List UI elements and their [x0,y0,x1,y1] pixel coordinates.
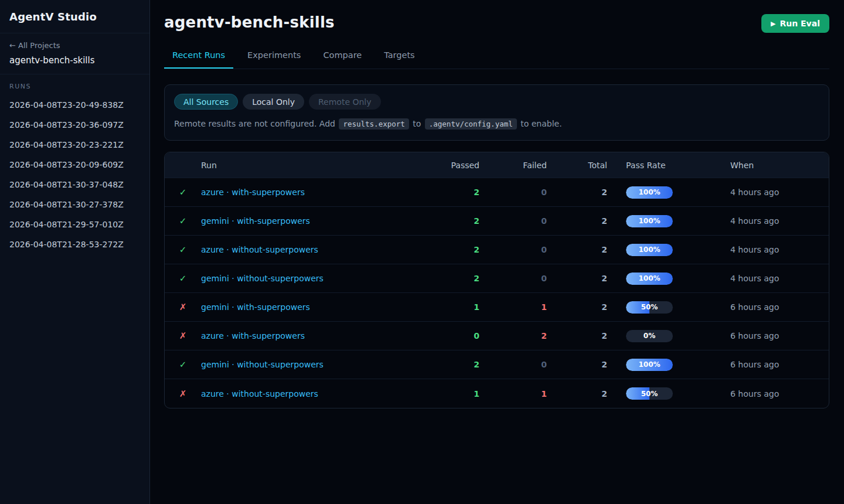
when-label: 6 hours ago [730,360,829,369]
pass-check-icon: ✓ [179,359,187,370]
total-count: 2 [547,331,607,340]
col-total: Total [547,161,607,170]
table-header-row: Run Passed Failed Total Pass Rate When [165,152,829,178]
passed-count: 1 [427,302,479,312]
main-content: agentv-bench-skills ▶ Run Eval Recent Ru… [150,0,844,504]
all-projects-back-link[interactable]: ← All Projects [9,41,140,50]
run-link[interactable]: gemini · with-superpowers [201,216,310,226]
pass-rate-badge: 50% [626,301,673,314]
when-label: 4 hours ago [730,188,829,197]
sidebar-run-item[interactable]: 2026-04-08T23-20-09-609Z [9,155,140,175]
sidebar-run-item[interactable]: 2026-04-08T21-30-27-378Z [9,195,140,214]
app-title: AgentV Studio [9,11,140,23]
sidebar-run-item[interactable]: 2026-04-08T21-29-57-010Z [9,214,140,234]
sidebar-run-item[interactable]: 2026-04-08T21-28-53-272Z [9,234,140,254]
total-count: 2 [547,216,607,226]
run-eval-button[interactable]: ▶ Run Eval [761,14,829,33]
sidebar: AgentV Studio ← All Projects agentv-benc… [0,0,150,504]
when-label: 6 hours ago [730,389,829,399]
tab-bar: Recent Runs Experiments Compare Targets [164,50,829,69]
pass-rate-label: 50% [626,301,673,314]
table-row[interactable]: ✓ gemini · without-superpowers 2 0 2 100… [165,350,829,379]
code-config-yaml: .agentv/config.yaml [425,118,517,130]
table-body: ✓ azure · with-superpowers 2 0 2 100% 4 … [165,178,829,408]
when-label: 4 hours ago [730,274,829,283]
table-row[interactable]: ✓ gemini · without-superpowers 2 0 2 100… [165,264,829,293]
pass-rate-badge: 100% [626,186,673,199]
sidebar-run-item[interactable]: 2026-04-08T23-20-36-097Z [9,115,140,135]
pass-rate-label: 100% [626,359,673,371]
sidebar-run-item[interactable]: 2026-04-08T23-20-49-838Z [9,95,140,115]
total-count: 2 [547,302,607,312]
tab-recent-runs[interactable]: Recent Runs [164,50,233,69]
play-icon: ▶ [771,20,775,28]
chip-all-sources[interactable]: All Sources [174,94,238,110]
source-filter-panel: All Sources Local Only Remote Only Remot… [164,84,829,141]
notice-text: to enable. [520,119,561,128]
table-row[interactable]: ✓ azure · with-superpowers 2 0 2 100% 4 … [165,178,829,207]
pass-rate-badge: 100% [626,359,673,371]
code-results-export: results.export [339,118,409,130]
page-title: agentv-bench-skills [164,13,335,31]
run-eval-label: Run Eval [780,19,820,28]
pass-rate-label: 100% [626,273,673,285]
runs-list: 2026-04-08T23-20-49-838Z2026-04-08T23-20… [9,95,140,254]
pass-rate-badge: 0% [626,330,673,342]
run-link[interactable]: azure · without-superpowers [201,245,318,254]
passed-count: 2 [427,245,479,254]
chip-remote-only: Remote Only [309,94,381,110]
total-count: 2 [547,360,607,369]
table-row[interactable]: ✗ gemini · with-superpowers 1 1 2 50% 6 … [165,293,829,322]
chip-local-only[interactable]: Local Only [243,94,304,110]
tab-targets[interactable]: Targets [376,50,423,69]
sidebar-run-item[interactable]: 2026-04-08T21-30-37-048Z [9,175,140,195]
failed-count: 0 [479,188,547,197]
tab-experiments[interactable]: Experiments [239,50,309,69]
project-block: ← All Projects agentv-bench-skills [0,33,149,74]
failed-count: 0 [479,216,547,226]
col-passed: Passed [427,161,479,170]
pass-rate-badge: 100% [626,273,673,285]
remote-config-notice: Remote results are not configured. Add r… [174,119,819,128]
table-row[interactable]: ✓ azure · without-superpowers 2 0 2 100%… [165,236,829,264]
when-label: 4 hours ago [730,216,829,226]
run-link[interactable]: gemini · without-superpowers [201,274,324,283]
fail-cross-icon: ✗ [179,302,187,312]
source-chips: All Sources Local Only Remote Only [174,94,819,110]
pass-rate-badge: 100% [626,215,673,227]
fail-cross-icon: ✗ [179,331,187,341]
table-row[interactable]: ✓ gemini · with-superpowers 2 0 2 100% 4… [165,207,829,236]
run-link[interactable]: gemini · with-superpowers [201,302,310,312]
pass-rate-badge: 100% [626,244,673,256]
pass-rate-label: 100% [626,186,673,199]
run-link[interactable]: gemini · without-superpowers [201,360,324,369]
sidebar-run-item[interactable]: 2026-04-08T23-20-23-221Z [9,135,140,155]
pass-rate-label: 100% [626,215,673,227]
col-failed: Failed [479,161,547,170]
runs-section-label: RUNS [9,83,140,90]
run-link[interactable]: azure · without-superpowers [201,389,318,399]
tab-compare[interactable]: Compare [315,50,370,69]
table-row[interactable]: ✗ azure · without-superpowers 1 1 2 50% … [165,379,829,408]
table-row[interactable]: ✗ azure · with-superpowers 0 2 2 0% 6 ho… [165,322,829,350]
failed-count: 0 [479,360,547,369]
sidebar-project-name: agentv-bench-skills [9,55,140,66]
failed-count: 1 [479,389,547,399]
pass-rate-label: 0% [626,330,673,342]
col-when: When [730,161,829,170]
run-link[interactable]: azure · with-superpowers [201,188,305,197]
pass-check-icon: ✓ [179,273,187,284]
total-count: 2 [547,389,607,399]
col-pass-rate: Pass Rate [607,161,730,170]
fail-cross-icon: ✗ [179,389,187,399]
failed-count: 1 [479,302,547,312]
when-label: 6 hours ago [730,302,829,312]
run-link[interactable]: azure · with-superpowers [201,331,305,340]
runs-section: RUNS 2026-04-08T23-20-49-838Z2026-04-08T… [0,74,149,263]
passed-count: 2 [427,216,479,226]
passed-count: 1 [427,389,479,399]
pass-check-icon: ✓ [179,244,187,255]
total-count: 2 [547,188,607,197]
runs-table: Run Passed Failed Total Pass Rate When ✓… [164,152,829,408]
sidebar-header: AgentV Studio [0,0,149,33]
